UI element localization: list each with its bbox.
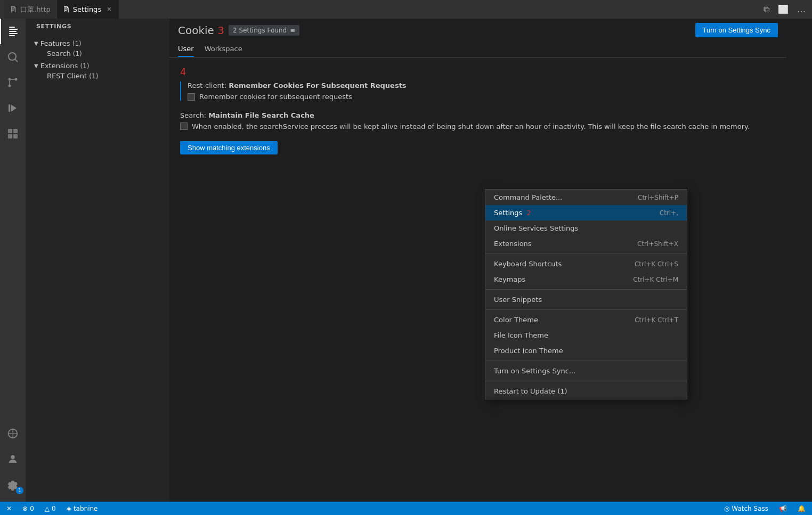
menu-online-services[interactable]: Online Services Settings (485, 220, 687, 236)
caret-features: ▼ (34, 40, 38, 46)
menu-turn-on-sync-label: Turn on Settings Sync... (494, 367, 575, 375)
menu-settings-shortcut: Ctrl+, (660, 209, 678, 217)
menu-color-theme-shortcut: Ctrl+K Ctrl+T (635, 316, 678, 324)
menu-keyboard-shortcuts[interactable]: Keyboard Shortcuts Ctrl+K Ctrl+S (485, 256, 687, 272)
menu-keymaps[interactable]: Keymaps Ctrl+K Ctrl+M (485, 272, 687, 287)
menu-command-palette-label: Command Palette... (494, 193, 562, 201)
status-watch-sass-icon: ◎ (724, 505, 729, 512)
caret-extensions: ▼ (34, 63, 38, 69)
menu-command-palette-shortcut: Ctrl+Shift+P (638, 194, 678, 201)
tab-user[interactable]: User (178, 42, 194, 57)
tree-item-rest-client[interactable]: REST Client (1) (30, 71, 165, 81)
more-actions-icon[interactable]: … (795, 2, 808, 17)
tab-settings[interactable]: 🖹 Settings ✕ (57, 0, 119, 19)
status-tabnine-icon: ◈ (67, 505, 71, 512)
svg-point-8 (15, 78, 18, 81)
activity-source-control[interactable] (0, 70, 26, 95)
tab-close-button[interactable]: ✕ (104, 5, 113, 14)
activity-extensions[interactable] (0, 121, 26, 146)
menu-online-services-label: Online Services Settings (494, 224, 578, 232)
status-warning-count: 0 (52, 505, 56, 512)
menu-product-icon-theme-label: Product Icon Theme (494, 347, 563, 355)
tab-settings-label: Settings (73, 5, 101, 13)
menu-restart-update[interactable]: Restart to Update (1) (485, 383, 687, 399)
activity-explorer[interactable] (0, 19, 26, 44)
right-panel (786, 19, 812, 502)
found-count-text: 2 Settings Found (233, 27, 287, 34)
activity-gear-wrap: 1 (0, 472, 26, 497)
svg-rect-2 (9, 31, 17, 32)
menu-divider-3 (485, 309, 687, 310)
svg-line-6 (15, 60, 18, 62)
menu-settings[interactable]: Settings 2 Ctrl+, (485, 205, 687, 220)
tab-workspace[interactable]: Workspace (205, 42, 242, 57)
gear-badge: 1 (16, 487, 23, 494)
setting-desc-row-2: When enabled, the searchService process … (180, 122, 776, 130)
settings-tabs: User Workspace (169, 42, 786, 58)
svg-rect-1 (9, 29, 18, 30)
show-extensions-button[interactable]: Show matching extensions (180, 141, 278, 154)
menu-product-icon-theme[interactable]: Product Icon Theme (485, 343, 687, 358)
split-editor-icon[interactable]: ⧉ (761, 2, 772, 17)
status-tabnine[interactable]: ◈ tabnine (64, 505, 100, 512)
activity-search[interactable] (0, 44, 26, 70)
menu-keymaps-shortcut: Ctrl+K Ctrl+M (633, 276, 678, 283)
svg-rect-13 (8, 134, 12, 138)
status-watch-sass[interactable]: ◎ Watch Sass (722, 505, 770, 512)
tree-label-search: Search (1) (47, 50, 82, 58)
svg-point-16 (11, 455, 14, 459)
tree-section-extensions: ▼ Extensions (1) REST Client (1) (30, 61, 165, 81)
tree-label-features: Features (1) (40, 39, 82, 47)
sync-button[interactable]: Turn on Settings Sync (695, 23, 778, 37)
status-bell[interactable]: 🔔 (795, 505, 808, 512)
filter-icon[interactable]: ≡ (290, 27, 295, 34)
setting-checkbox-2[interactable] (180, 122, 188, 130)
status-broadcast[interactable]: 📢 (777, 505, 789, 512)
sidebar-title: SETTINGS (36, 23, 71, 30)
tree-item-features[interactable]: ▼ Features (1) (30, 38, 165, 48)
layout-icon[interactable]: ⬜ (776, 2, 791, 17)
menu-file-icon-theme-label: File Icon Theme (494, 331, 548, 339)
menu-extensions[interactable]: Extensions Ctrl+Shift+X (485, 236, 687, 251)
setting-checkbox-1[interactable] (188, 93, 195, 101)
settings-title-area: Cookie 3 2 Settings Found ≡ (178, 24, 299, 37)
tree-item-extensions[interactable]: ▼ Extensions (1) (30, 61, 165, 71)
status-tabnine-label: tabnine (74, 505, 98, 512)
statusbar-left: ✕ ⊗ 0 △ 0 ◈ tabnine (4, 505, 100, 512)
menu-extensions-label: Extensions (494, 240, 532, 248)
menu-extensions-shortcut: Ctrl+Shift+X (637, 240, 678, 248)
setting-desc-1: Remember cookies for subsequent requests (199, 93, 352, 101)
status-close[interactable]: ✕ (4, 505, 14, 512)
tab-http[interactable]: 🖹 口罩.http (4, 0, 56, 19)
menu-color-theme-label: Color Theme (494, 316, 538, 324)
menu-settings-label: Settings 2 (494, 209, 531, 217)
setting-desc-2: When enabled, the searchService process … (192, 122, 750, 130)
context-menu: Command Palette... Ctrl+Shift+P Settings… (485, 189, 687, 399)
menu-divider-2 (485, 289, 687, 290)
settings-file-icon: 🖹 (62, 5, 70, 14)
activity-remote[interactable] (0, 421, 26, 446)
svg-point-7 (9, 78, 11, 81)
menu-file-icon-theme[interactable]: File Icon Theme (485, 328, 687, 343)
status-close-icon: ✕ (6, 505, 12, 512)
menu-user-snippets[interactable]: User Snippets (485, 292, 687, 307)
svg-rect-14 (13, 134, 18, 138)
svg-point-5 (9, 53, 16, 60)
status-errors[interactable]: ⊗ 0 (20, 505, 36, 512)
sidebar: SETTINGS ▼ Features (1) Search (1) ▼ Ext… (26, 19, 169, 502)
main-layout: 1 SETTINGS ▼ Features (1) Search (1) (0, 19, 812, 502)
menu-command-palette[interactable]: Command Palette... Ctrl+Shift+P (485, 190, 687, 205)
menu-divider-5 (485, 381, 687, 381)
menu-turn-on-sync[interactable]: Turn on Settings Sync... (485, 363, 687, 379)
menu-keymaps-label: Keymaps (494, 275, 525, 283)
status-error-count: 0 (30, 505, 34, 512)
activity-account[interactable] (0, 446, 26, 472)
svg-rect-12 (13, 129, 18, 133)
settings-found-badge: 2 Settings Found ≡ (229, 25, 299, 36)
tree-section-features: ▼ Features (1) Search (1) (30, 38, 165, 59)
menu-color-theme[interactable]: Color Theme Ctrl+K Ctrl+T (485, 312, 687, 328)
tree-item-search[interactable]: Search (1) (30, 48, 165, 59)
status-warnings[interactable]: △ 0 (43, 505, 58, 512)
activity-run[interactable] (0, 95, 26, 121)
setting-group-main: 4 Rest-client: Remember Cookies For Subs… (180, 66, 776, 154)
